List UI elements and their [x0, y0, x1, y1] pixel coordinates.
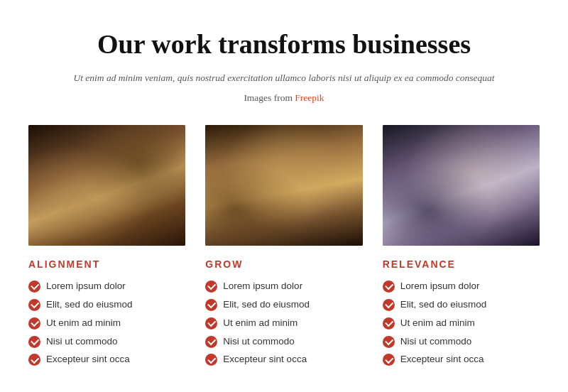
list-item: Elit, sed do eiusmod: [205, 298, 362, 312]
list-item: Nisi ut commodo: [205, 335, 362, 349]
list-item: Excepteur sint occa: [205, 353, 362, 366]
header-section: Our work transforms businesses Ut enim a…: [28, 28, 540, 104]
check-icon: [383, 299, 395, 311]
list-item: Nisi ut commodo: [383, 335, 540, 349]
list-item: Ut enim ad minim: [205, 317, 362, 330]
list-item-text: Ut enim ad minim: [46, 317, 121, 330]
column-3-image: [383, 125, 540, 246]
list-item-text: Lorem ipsum dolor: [46, 280, 126, 293]
list-item-text: Nisi ut commodo: [223, 335, 295, 349]
check-icon: [205, 299, 217, 311]
check-icon: [383, 336, 395, 348]
check-icon: [383, 281, 395, 293]
list-item: Nisi ut commodo: [28, 335, 185, 349]
check-icon: [28, 299, 40, 311]
check-icon: [28, 354, 40, 366]
list-item-text: Lorem ipsum dolor: [223, 280, 302, 293]
list-item-text: Nisi ut commodo: [400, 335, 472, 349]
list-item: Lorem ipsum dolor: [205, 280, 362, 293]
list-item: Ut enim ad minim: [28, 317, 185, 330]
check-icon: [28, 336, 40, 348]
image-credit: Images from Freepik: [28, 92, 540, 104]
list-item-text: Lorem ipsum dolor: [400, 280, 480, 293]
list-item-text: Excepteur sint occa: [46, 353, 130, 366]
list-item-text: Ut enim ad minim: [400, 317, 475, 330]
page-title: Our work transforms businesses: [28, 28, 540, 61]
list-item: Lorem ipsum dolor: [28, 280, 185, 293]
check-icon: [205, 354, 217, 366]
column-1-list: Lorem ipsum dolor Elit, sed do eiusmod U…: [28, 280, 185, 366]
list-item-text: Elit, sed do eiusmod: [46, 298, 133, 312]
columns-container: ALIGNMENT Lorem ipsum dolor Elit, sed do…: [28, 125, 540, 371]
list-item: Ut enim ad minim: [383, 317, 540, 330]
check-icon: [28, 281, 40, 293]
check-icon: [28, 317, 40, 330]
list-item-text: Ut enim ad minim: [223, 317, 297, 330]
check-icon: [205, 281, 217, 293]
page-wrapper: Our work transforms businesses Ut enim a…: [0, 0, 568, 392]
list-item-text: Nisi ut commodo: [46, 335, 118, 349]
check-icon: [383, 317, 395, 330]
check-icon: [383, 354, 395, 366]
list-item: Elit, sed do eiusmod: [28, 298, 185, 312]
list-item-text: Excepteur sint occa: [223, 353, 307, 366]
check-icon: [205, 317, 217, 330]
column-2-list: Lorem ipsum dolor Elit, sed do eiusmod U…: [205, 280, 362, 366]
column-grow: GROW Lorem ipsum dolor Elit, sed do eius…: [205, 125, 362, 371]
subtitle: Ut enim ad minim veniam, quis nostrud ex…: [28, 71, 540, 85]
image-credit-prefix: Images from: [244, 92, 295, 103]
column-2-title: GROW: [205, 258, 362, 270]
column-3-list: Lorem ipsum dolor Elit, sed do eiusmod U…: [383, 280, 540, 366]
column-1-image: [28, 125, 185, 246]
list-item-text: Elit, sed do eiusmod: [400, 298, 487, 312]
freepik-link[interactable]: Freepik: [295, 92, 324, 103]
column-alignment: ALIGNMENT Lorem ipsum dolor Elit, sed do…: [28, 125, 185, 371]
list-item: Excepteur sint occa: [383, 353, 540, 366]
list-item: Lorem ipsum dolor: [383, 280, 540, 293]
column-1-title: ALIGNMENT: [28, 258, 185, 270]
column-relevance: RELEVANCE Lorem ipsum dolor Elit, sed do…: [383, 125, 540, 371]
column-2-image: [205, 125, 362, 246]
list-item-text: Excepteur sint occa: [400, 353, 484, 366]
list-item: Elit, sed do eiusmod: [383, 298, 540, 312]
list-item: Excepteur sint occa: [28, 353, 185, 366]
list-item-text: Elit, sed do eiusmod: [223, 298, 310, 312]
check-icon: [205, 336, 217, 348]
column-3-title: RELEVANCE: [383, 258, 540, 270]
